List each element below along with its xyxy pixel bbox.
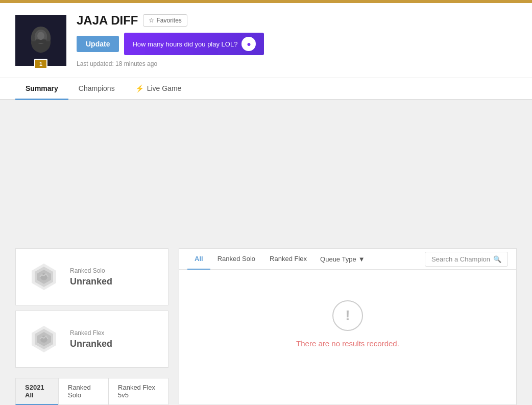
no-results-icon: ! [332,300,363,331]
main-content: Ranked Solo Unranked Ranked Flex [0,100,532,405]
level-badge: 1 [34,59,47,69]
season-tabs-row: S2021 All Ranked Solo Ranked Flex 5v5 [15,378,168,405]
history-tab-ranked-flex[interactable]: Ranked Flex [262,249,314,270]
chevron-down-icon: ▼ [358,255,365,263]
search-icon: 🔍 [493,255,501,263]
promo-banner[interactable]: How many hours did you play LOL? ● [124,33,264,55]
tab-live-game-label: Live Game [147,84,182,92]
ranked-flex-icon [26,321,62,357]
season-tab-ranked-flex[interactable]: Ranked Flex 5v5 [108,378,168,405]
tab-live-game[interactable]: ⚡ Live Game [125,78,192,100]
ranked-flex-rank: Unranked [70,339,112,349]
favorites-button[interactable]: ☆ Favorites [143,14,187,27]
promo-text: How many hours did you play LOL? [132,40,237,48]
season-tab-s2021[interactable]: S2021 All [15,378,58,405]
history-tabs-bar: All Ranked Solo Ranked Flex Queue Type ▼… [179,249,516,270]
spacer-area [15,110,517,238]
ranked-flex-card: Ranked Flex Unranked [15,311,168,368]
history-tab-ranked-solo[interactable]: Ranked Solo [210,249,262,270]
star-icon: ☆ [149,17,154,24]
avatar-box [15,15,66,66]
ranked-flex-type: Ranked Flex [70,329,112,337]
update-button[interactable]: Update [77,36,119,52]
header-section: 1 JAJA DIFF ☆ Favorites Update How many … [0,3,532,78]
no-results-text: There are no results recorded. [296,339,399,348]
no-results-area: ! There are no results recorded. [179,270,516,378]
season-tab-ranked-solo[interactable]: Ranked Solo [58,378,108,405]
tab-summary-label: Summary [26,84,58,92]
last-updated: Last updated: 18 minutes ago [77,60,264,67]
action-row: Update How many hours did you play LOL? … [77,33,264,55]
svg-point-3 [37,32,44,40]
header-info: JAJA DIFF ☆ Favorites Update How many ho… [77,13,264,67]
ranked-panels: Ranked Solo Unranked Ranked Flex [15,248,168,405]
player-name-row: JAJA DIFF ☆ Favorites [77,13,264,28]
search-champion-input[interactable]: Search a Champion 🔍 [425,252,508,267]
tab-summary[interactable]: Summary [15,78,68,100]
history-tab-all[interactable]: All [187,249,210,270]
ranked-solo-rank: Unranked [70,276,112,287]
search-champion-text: Search a Champion [431,255,490,263]
tab-champions-label: Champions [79,84,115,92]
ranked-solo-icon [26,259,62,295]
ranked-flex-info: Ranked Flex Unranked [70,329,112,349]
ranked-solo-type: Ranked Solo [70,267,112,274]
svg-rect-2 [36,39,46,43]
ranked-solo-info: Ranked Solo Unranked [70,267,112,287]
avatar-wrapper: 1 [15,15,66,66]
helmet-icon [23,22,59,58]
tabs-bar: Summary Champions ⚡ Live Game [0,78,532,100]
player-name: JAJA DIFF [77,13,138,28]
queue-type-button[interactable]: Queue Type ▼ [314,251,371,267]
tab-champions[interactable]: Champions [68,78,125,100]
content-area: Ranked Solo Unranked Ranked Flex [15,248,517,405]
live-game-icon: ⚡ [135,84,144,92]
promo-icon: ● [241,37,256,51]
history-section: All Ranked Solo Ranked Flex Queue Type ▼… [179,248,517,405]
ranked-solo-card: Ranked Solo Unranked [15,248,168,305]
